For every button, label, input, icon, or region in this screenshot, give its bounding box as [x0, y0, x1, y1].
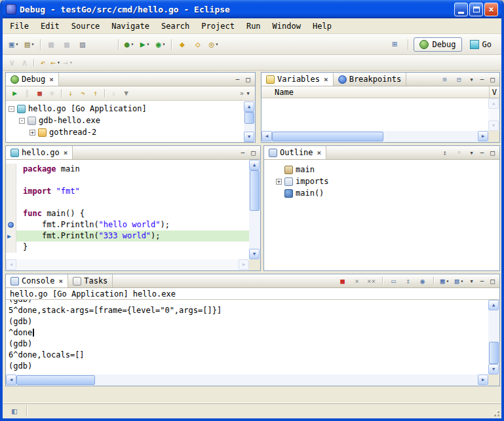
menu-navigate[interactable]: Navigate — [106, 20, 155, 33]
terminate-icon[interactable]: ■ — [33, 87, 46, 100]
sort-icon[interactable]: ↕ — [438, 147, 451, 159]
tab-tasks[interactable]: Tasks — [68, 274, 113, 287]
close-tab-icon[interactable]: × — [49, 75, 54, 84]
gutter-ruler[interactable] — [6, 197, 16, 208]
scrollbar-thumb[interactable] — [16, 375, 95, 385]
resize-grip[interactable] — [491, 408, 499, 416]
tree-item[interactable]: -gdb-hello.exe — [6, 115, 244, 126]
menu-window[interactable]: Window — [267, 20, 307, 33]
expander-icon[interactable]: + — [29, 130, 35, 136]
perspective-go[interactable]: Go — [465, 38, 497, 51]
debug-icon[interactable]: ●▾ — [121, 37, 137, 52]
console-output[interactable]: (gdb) 5^done,stack-args=[frame={level="0… — [6, 300, 488, 375]
view-menu-icon[interactable]: ▾ — [467, 278, 476, 285]
filter-icon[interactable]: ◦ — [453, 147, 465, 159]
variables-horizontal-scrollbar[interactable]: ◀▶ — [262, 131, 488, 142]
maximize-button[interactable] — [469, 3, 483, 16]
code-line[interactable]: } — [6, 242, 249, 253]
debug-vertical-scrollbar[interactable]: ▲▼ — [244, 101, 255, 142]
variables-column-header[interactable]: Name V — [262, 86, 499, 98]
close-tab-icon[interactable]: × — [317, 149, 322, 157]
run-icon[interactable]: ▶▾ — [137, 37, 153, 52]
scroll-left-button[interactable]: ◀ — [6, 375, 16, 385]
tab-breakpoints[interactable]: Breakpoints — [334, 73, 406, 86]
tab-console[interactable]: Console× — [6, 274, 68, 287]
maximize-view-icon[interactable]: □ — [249, 149, 258, 156]
expander-icon[interactable]: - — [9, 106, 14, 112]
show-type-names-icon[interactable]: ≡ — [438, 73, 451, 86]
debug-tree[interactable]: -hello.go [Go Application]-gdb-hello.exe… — [6, 101, 244, 142]
open-file-icon[interactable]: ◇ — [190, 37, 206, 52]
gutter-ruler[interactable] — [6, 164, 16, 175]
terminate-icon[interactable]: ■ — [336, 275, 349, 287]
gutter-ruler[interactable] — [6, 208, 16, 219]
scrollbar-thumb[interactable] — [250, 170, 260, 211]
step-return-icon[interactable]: ↑ — [89, 87, 102, 100]
code-line[interactable]: func main() { — [6, 208, 249, 219]
maximize-view-icon[interactable]: □ — [488, 149, 497, 156]
code-line[interactable]: package main — [6, 164, 249, 175]
column-value[interactable]: V — [489, 86, 499, 98]
console-vertical-scrollbar[interactable]: ▲▼ — [488, 300, 499, 375]
maximize-view-icon[interactable]: □ — [488, 278, 497, 285]
editor-code[interactable]: package mainimport "fmt"func main() { fm… — [6, 160, 249, 259]
search-icon[interactable]: ◎▾ — [206, 37, 222, 52]
tab-hello-go[interactable]: hello.go× — [6, 146, 73, 159]
scroll-up-button[interactable]: ▲ — [488, 300, 499, 310]
scrollbar-thumb[interactable] — [272, 132, 383, 141]
scroll-lock-icon[interactable]: ↕ — [402, 275, 414, 287]
minimize-view-icon[interactable]: − — [478, 149, 486, 156]
tree-item[interactable]: +gothread-2 — [6, 126, 244, 138]
gutter-ruler[interactable] — [6, 219, 16, 230]
minimize-view-icon[interactable]: − — [478, 76, 486, 83]
scroll-down-button[interactable]: ▼ — [244, 132, 254, 142]
code-line[interactable]: ▶ fmt.Println("333 world"); — [6, 230, 249, 242]
code-line[interactable] — [6, 175, 249, 186]
scroll-right-button[interactable]: ▶ — [478, 131, 488, 141]
column-name[interactable]: Name — [262, 88, 294, 97]
scroll-up-button[interactable]: ▲ — [244, 101, 254, 112]
outline-tree[interactable]: main+importsmain() — [264, 160, 499, 270]
tab-debug[interactable]: Debug× — [6, 73, 59, 86]
scroll-down-button[interactable]: ▼ — [488, 364, 499, 375]
tab-variables[interactable]: Variables× — [262, 73, 334, 86]
scroll-up-button[interactable]: ▲ — [249, 160, 260, 170]
open-perspective-icon[interactable]: ⊞ — [387, 37, 402, 52]
close-tab-icon[interactable]: × — [324, 75, 328, 84]
view-menu-icon[interactable]: ▾ — [244, 90, 252, 97]
scroll-left-button[interactable]: ◀ — [262, 131, 272, 141]
editor-vertical-scrollbar[interactable]: ▲▼ — [249, 160, 260, 259]
scroll-down-button[interactable]: ▼ — [249, 249, 260, 259]
maximize-view-icon[interactable]: □ — [244, 76, 252, 83]
view-menu-icon[interactable]: ▾ — [467, 149, 476, 156]
print-icon[interactable]: ▨ — [75, 37, 90, 52]
view-menu-icon[interactable]: ▾ — [467, 76, 476, 83]
back-icon[interactable]: ←▾ — [49, 56, 62, 69]
use-step-filters-icon[interactable]: ▼ — [120, 87, 132, 100]
expander-icon[interactable]: + — [276, 179, 282, 185]
new-wizard-icon[interactable]: ▣▾ — [6, 37, 22, 52]
gutter-ruler[interactable] — [6, 186, 16, 197]
open-folder-icon[interactable]: ◆ — [174, 37, 190, 52]
pin-console-icon[interactable]: ◉ — [416, 275, 429, 287]
code-line[interactable] — [6, 197, 249, 208]
maximize-view-icon[interactable]: □ — [488, 76, 497, 83]
gutter-ruler[interactable] — [6, 242, 16, 253]
step-over-icon[interactable]: ↷ — [77, 87, 89, 100]
menu-source[interactable]: Source — [66, 20, 106, 33]
resume-icon[interactable]: ▶ — [9, 87, 21, 100]
tree-item[interactable]: +imports — [273, 175, 499, 187]
variables-content[interactable] — [262, 98, 488, 131]
menu-help[interactable]: Help — [307, 20, 338, 33]
expander-icon[interactable]: - — [19, 118, 25, 124]
close-tab-icon[interactable]: × — [64, 149, 68, 157]
step-into-icon[interactable]: ↓ — [64, 87, 77, 100]
perspective-debug[interactable]: Debug — [414, 37, 461, 52]
scrollbar-thumb[interactable] — [489, 342, 499, 364]
minimize-view-icon[interactable]: − — [233, 76, 242, 83]
menu-project[interactable]: Project — [195, 20, 241, 33]
new-launch-icon[interactable]: ▤▾ — [22, 37, 37, 52]
scroll-right-button[interactable]: ▶ — [478, 375, 488, 385]
fast-view-icon[interactable]: ◧ — [7, 403, 22, 418]
code-line[interactable]: import "fmt" — [6, 186, 249, 197]
